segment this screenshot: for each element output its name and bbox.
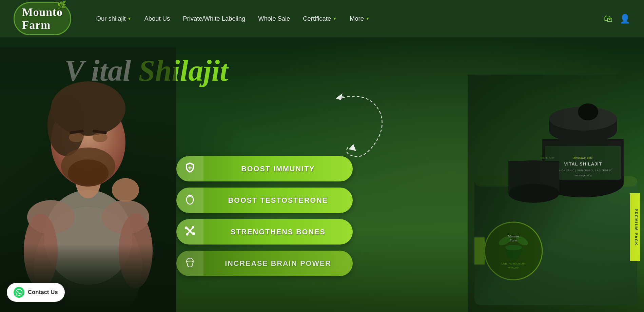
- user-icon[interactable]: 👤: [620, 14, 630, 24]
- svg-marker-2: [349, 144, 356, 151]
- chevron-down-icon: ▼: [128, 16, 132, 21]
- feature-label-bones: STRENGTHENS BONES: [203, 228, 353, 236]
- svg-rect-33: [0, 244, 176, 312]
- nav-item-more[interactable]: More ▼: [345, 12, 374, 25]
- feature-label-immunity: BOOST IMMUNITY: [203, 164, 353, 173]
- nav-item-certificate[interactable]: Certificate ▼: [298, 12, 341, 25]
- navbar: Mounto Farm 🌿 Our shilajit ▼ About Us Pr…: [0, 0, 644, 37]
- nav-item-private[interactable]: Private/White Labeling: [178, 12, 250, 25]
- nav-icons: 🛍 👤: [604, 14, 630, 24]
- chevron-down-icon: ▼: [333, 16, 337, 21]
- feature-icon-bones: [176, 219, 203, 245]
- feature-icon-immunity: [176, 156, 203, 181]
- svg-rect-64: [468, 75, 644, 312]
- feature-boost-immunity[interactable]: BOOST IMMUNITY: [176, 156, 353, 181]
- nav-links: Our shilajit ▼ About Us Private/White La…: [92, 12, 597, 25]
- svg-point-5: [187, 195, 193, 204]
- logo[interactable]: Mounto Farm 🌿: [14, 2, 71, 35]
- chevron-down-icon: ▼: [366, 16, 370, 21]
- product-figure: PREMIUM PACK himalayan gold VITAL SHILAJ…: [468, 81, 644, 312]
- man-figure: [0, 47, 176, 312]
- feature-icon-testosterone: [176, 188, 203, 213]
- logo-leaf-icon: 🌿: [57, 0, 67, 9]
- svg-point-24: [68, 159, 109, 187]
- feature-label-testosterone: BOOST TESTOSTERONE: [203, 196, 353, 205]
- contact-us-button[interactable]: Contact Us: [7, 283, 65, 302]
- feature-strengthen-bones[interactable]: STRENGTHENS BONES: [176, 219, 353, 245]
- svg-point-31: [112, 178, 139, 202]
- nav-item-about[interactable]: About Us: [140, 12, 175, 25]
- whatsapp-icon: [14, 287, 24, 298]
- feature-label-brain: INCREASE BRAIN POWER: [203, 259, 353, 268]
- logo-text: Mounto Farm 🌿: [14, 2, 71, 35]
- cart-icon[interactable]: 🛍: [604, 14, 613, 24]
- features-list: BOOST IMMUNITY BOOST TESTOSTERONE: [176, 156, 353, 276]
- hero-section: V ital Shilajit: [0, 37, 644, 312]
- logo-line2: Farm: [22, 19, 51, 31]
- svg-point-22: [47, 95, 85, 156]
- svg-point-7: [185, 227, 188, 229]
- svg-point-8: [192, 232, 195, 235]
- feature-icon-brain: [176, 251, 203, 276]
- contact-label: Contact Us: [28, 289, 58, 296]
- feature-brain-power[interactable]: INCREASE BRAIN POWER: [176, 251, 353, 276]
- nav-item-shilajit[interactable]: Our shilajit ▼: [92, 12, 136, 25]
- nav-item-wholesale[interactable]: Whole Sale: [253, 12, 295, 25]
- feature-boost-testosterone[interactable]: BOOST TESTOSTERONE: [176, 188, 353, 213]
